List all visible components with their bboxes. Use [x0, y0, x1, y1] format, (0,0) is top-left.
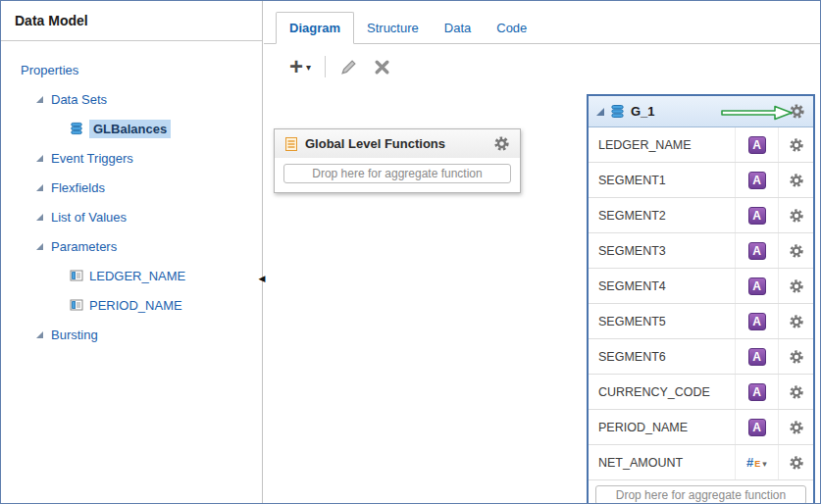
delete-x-icon — [374, 59, 390, 76]
field-type-cell: A — [735, 127, 778, 162]
field-type-cell: A — [735, 304, 778, 338]
properties-link-label: Properties — [21, 63, 78, 77]
toolbar-separator — [325, 56, 326, 77]
field-name-label: SEGMENT5 — [589, 315, 735, 328]
field-actions-gear-button[interactable] — [778, 198, 813, 232]
field-actions-gear-button[interactable] — [778, 127, 813, 162]
g1-dataset-panel: G_1 LEDGER_NAME A — [587, 94, 815, 504]
add-dataset-button[interactable]: + ▾ — [289, 57, 311, 76]
field-type-cell: # E ▾ — [735, 445, 778, 479]
global-functions-header: Global Level Functions — [275, 129, 520, 158]
field-row[interactable]: SEGMENT5 A — [589, 304, 813, 339]
gear-icon — [789, 208, 804, 224]
edit-button[interactable] — [339, 58, 358, 76]
global-level-functions-box: Global Level Functions Drop here for agg… — [274, 128, 521, 193]
tree-item-bursting[interactable]: Bursting — [1, 320, 262, 349]
expand-triangle-icon[interactable] — [36, 184, 43, 191]
gear-icon — [789, 420, 804, 435]
tree-item-ledger-name[interactable]: LEDGER_NAME — [1, 261, 262, 290]
field-type-cell: A — [735, 410, 778, 444]
g1-header: G_1 — [589, 96, 813, 127]
text-type-icon: A — [748, 136, 766, 154]
field-name-label: SEGMENT1 — [589, 174, 735, 187]
global-aggregate-dropzone[interactable]: Drop here for aggregate function — [283, 164, 511, 183]
text-type-icon: A — [748, 277, 766, 295]
field-type-cell: A — [735, 163, 778, 197]
tree-item-parameters[interactable]: Parameters — [1, 231, 262, 261]
tab-code[interactable]: Code — [484, 13, 539, 43]
dropdown-caret-icon: ▾ — [306, 62, 311, 73]
parameter-icon — [70, 269, 83, 282]
panel-collapse-handle[interactable]: ◀ — [255, 266, 269, 291]
field-actions-gear-button[interactable] — [778, 233, 813, 268]
expand-triangle-icon[interactable] — [36, 96, 43, 103]
expand-triangle-icon[interactable] — [36, 214, 43, 221]
delete-button[interactable] — [374, 59, 390, 76]
field-row[interactable]: SEGMENT6 A — [589, 339, 813, 375]
field-actions-gear-button[interactable] — [778, 304, 813, 338]
text-type-icon: A — [748, 383, 766, 401]
global-functions-gear-button[interactable] — [493, 135, 510, 152]
field-actions-gear-button[interactable] — [778, 339, 813, 374]
field-actions-gear-button[interactable] — [778, 410, 813, 444]
diagram-toolbar: + ▾ — [264, 44, 820, 89]
dropdown-caret-icon: ▾ — [762, 459, 767, 469]
tree-item-label: Parameters — [51, 239, 117, 254]
tree-item-label: Flexfields — [51, 180, 105, 195]
g1-aggregate-dropzone[interactable]: Drop here for aggregate function — [595, 485, 806, 504]
tree-item-glbalances[interactable]: GLBalances — [1, 114, 262, 143]
field-actions-gear-button[interactable] — [778, 445, 813, 479]
field-row[interactable]: SEGMENT1 A — [589, 163, 813, 198]
field-name-label: SEGMENT6 — [589, 350, 735, 364]
field-name-label: LEDGER_NAME — [589, 138, 735, 152]
field-name-label: SEGMENT2 — [589, 209, 735, 223]
parameter-icon — [70, 298, 83, 312]
tree-item-properties[interactable]: Properties — [1, 55, 262, 84]
page-title-label: Data Model — [15, 13, 88, 28]
tab-diagram[interactable]: Diagram — [276, 12, 354, 44]
field-type-cell: A — [735, 375, 778, 409]
field-actions-gear-button[interactable] — [778, 163, 813, 197]
number-type-icon[interactable]: # E ▾ — [746, 455, 767, 470]
field-row[interactable]: SEGMENT3 A — [589, 233, 813, 269]
expand-triangle-icon[interactable] — [36, 243, 43, 250]
field-row[interactable]: CURRENCY_CODE A — [589, 375, 813, 410]
field-name-label: NET_AMOUNT — [589, 456, 735, 470]
tree-item-period-name[interactable]: PERIOD_NAME — [1, 290, 262, 320]
field-name-label: SEGMENT4 — [589, 279, 735, 293]
tree-item-label: PERIOD_NAME — [89, 298, 182, 313]
field-row[interactable]: LEDGER_NAME A — [589, 127, 813, 163]
field-row[interactable]: SEGMENT2 A — [589, 198, 813, 233]
tree-item-list-of-values[interactable]: List of Values — [1, 202, 262, 231]
field-actions-gear-button[interactable] — [778, 375, 813, 409]
field-name-label: CURRENCY_CODE — [589, 385, 735, 399]
text-type-icon: A — [748, 348, 766, 366]
gear-icon — [789, 314, 804, 329]
tree-item-event-triggers[interactable]: Event Triggers — [1, 143, 262, 173]
tree-item-label-selected: GLBalances — [89, 120, 171, 138]
field-name-label: SEGMENT3 — [589, 244, 735, 258]
tree-item-label: Event Triggers — [51, 151, 133, 166]
text-type-icon: A — [748, 242, 766, 260]
sidebar: Data Model Properties Data Sets GLBalanc… — [1, 1, 263, 503]
tree-item-flexfields[interactable]: Flexfields — [1, 173, 262, 202]
tab-data[interactable]: Data — [432, 13, 484, 43]
field-name-label: PERIOD_NAME — [589, 421, 735, 434]
field-row[interactable]: PERIOD_NAME A — [589, 410, 813, 445]
field-type-cell: A — [735, 198, 778, 232]
plus-icon: + — [289, 57, 303, 76]
function-sheet-icon — [284, 136, 298, 152]
tab-structure[interactable]: Structure — [354, 13, 432, 43]
dataset-icon — [610, 104, 625, 119]
expand-triangle-icon[interactable] — [36, 331, 43, 338]
tree-item-data-sets[interactable]: Data Sets — [1, 84, 262, 114]
gear-icon — [789, 384, 804, 400]
collapse-triangle-icon[interactable] — [596, 108, 604, 116]
gear-icon — [789, 137, 804, 153]
field-actions-gear-button[interactable] — [778, 269, 813, 303]
expand-triangle-icon[interactable] — [36, 155, 43, 162]
text-type-icon: A — [748, 172, 766, 189]
field-row[interactable]: SEGMENT4 A — [589, 269, 813, 304]
gear-icon — [789, 349, 804, 365]
field-row[interactable]: NET_AMOUNT # E ▾ — [589, 445, 813, 480]
